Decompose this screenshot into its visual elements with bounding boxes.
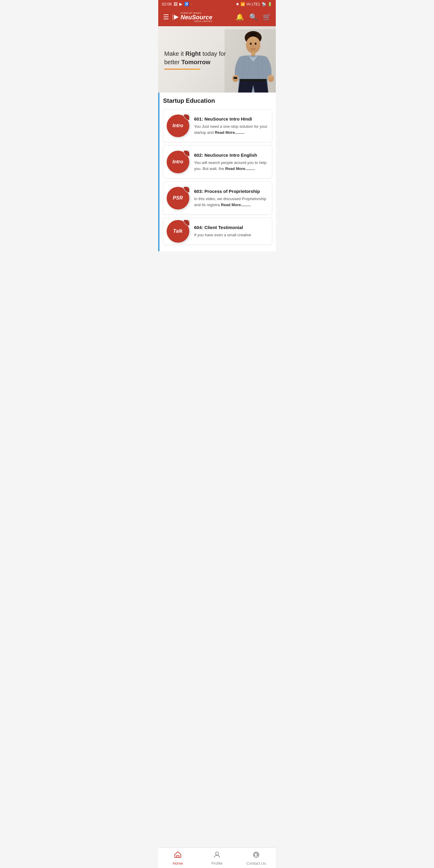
logo-subtitle: INDIA LIMITED	[181, 20, 213, 22]
youtube-icon: ▶	[179, 2, 182, 6]
svg-point-14	[268, 75, 274, 82]
battery-icon: 🔋	[268, 2, 272, 6]
cards-accent-bar	[158, 107, 159, 251]
readmore-603: Read More.........	[221, 203, 251, 207]
bell-icon[interactable]: 🔔	[236, 13, 244, 21]
course-card-602[interactable]: Intro 602: NeuSource Intro English You w…	[163, 145, 272, 179]
hero-content: Make it Right today forbetter Tomorrow	[158, 43, 276, 76]
badge-604: Talk	[167, 220, 189, 243]
dot-icon: ·	[191, 2, 192, 6]
logo-brand: NeuSource	[181, 14, 213, 20]
wifi-icon: 📶	[241, 2, 245, 6]
card-thumb-601: Intro	[166, 114, 190, 138]
photo-icon: 🖼	[174, 2, 178, 6]
section-title: Startup Education	[163, 97, 215, 104]
status-right: ✱ 📶 Vo LTE1 📡 🔋	[236, 2, 272, 6]
card-thumb-604: Talk	[166, 219, 190, 243]
card-info-601: 601: NeuSource Intro Hindi You Just need…	[194, 116, 270, 135]
readmore-601: Read More.........	[215, 130, 245, 135]
logo-container: STARTUP MINDS NeuSource INDIA LIMITED	[172, 12, 213, 22]
signal-icon: 📡	[261, 2, 266, 6]
accessibility-icon: ♿	[184, 2, 189, 6]
badge-601: Intro	[167, 115, 189, 137]
svg-rect-1	[173, 14, 174, 20]
logo-text-block: STARTUP MINDS NeuSource INDIA LIMITED	[181, 12, 213, 22]
header-left: ☰ STARTUP MINDS NeuSource INDIA LIMITED	[163, 12, 213, 22]
badge-text-604: Talk	[173, 228, 182, 234]
menu-icon[interactable]: ☰	[163, 13, 169, 21]
hero-banner: Make it Right today forbetter Tomorrow	[158, 26, 276, 93]
header-right: 🔔 🔍 🛒	[236, 13, 271, 21]
badge-603: PSR	[167, 187, 189, 210]
svg-rect-15	[234, 77, 237, 79]
svg-rect-16	[240, 79, 267, 82]
card-info-603: 603: Process of Proprietorship In this v…	[194, 188, 270, 208]
time-display: 02:08	[162, 2, 172, 6]
cart-icon[interactable]: 🛒	[263, 13, 271, 21]
logo-icon	[172, 13, 179, 21]
badge-602: Intro	[167, 151, 189, 173]
card-info-602: 602: NeuSource Intro English You will se…	[194, 152, 270, 172]
card-desc-602: You will search people around you to hel…	[194, 160, 270, 172]
cards-container: Intro 601: NeuSource Intro Hindi You Jus…	[158, 107, 276, 251]
card-title-601: 601: NeuSource Intro Hindi	[194, 116, 270, 122]
card-desc-601: You Just need a one-stop solution for yo…	[194, 124, 270, 135]
hero-underline	[164, 69, 200, 70]
left-accent-bar	[158, 93, 159, 107]
lte-text: Vo LTE1	[247, 2, 260, 6]
badge-text-601: Intro	[173, 123, 183, 128]
bluetooth-icon: ✱	[236, 2, 239, 6]
card-desc-603: In this video, we discussed Proprietorsh…	[194, 196, 270, 208]
card-title-604: 604: Client Testimonial	[194, 224, 270, 230]
course-card-601[interactable]: Intro 601: NeuSource Intro Hindi You Jus…	[163, 109, 272, 142]
status-bar: 02:08 🖼 ▶ ♿ · ✱ 📶 Vo LTE1 📡 🔋	[158, 0, 276, 8]
status-left: 02:08 🖼 ▶ ♿ ·	[162, 2, 192, 6]
section-title-container: Startup Education	[158, 93, 276, 107]
course-card-604[interactable]: Talk 604: Client Testimonial If you have…	[163, 218, 272, 245]
card-thumb-603: PSR	[166, 186, 190, 210]
readmore-602: Read More.........	[225, 166, 255, 171]
card-title-603: 603: Process of Proprietorship	[194, 188, 270, 194]
main-content: Startup Education Intro 601: NeuSource I…	[158, 93, 276, 293]
course-card-603[interactable]: PSR 603: Process of Proprietorship In th…	[163, 181, 272, 215]
card-thumb-602: Intro	[166, 150, 190, 174]
hero-tagline: Make it Right today forbetter Tomorrow	[164, 50, 270, 66]
badge-text-603: PSR	[173, 195, 183, 201]
badge-text-602: Intro	[173, 159, 183, 164]
app-header: ☰ STARTUP MINDS NeuSource INDIA LIMITED …	[158, 8, 276, 26]
search-icon[interactable]: 🔍	[249, 13, 257, 21]
card-desc-604: If you have even a small creative	[194, 232, 270, 238]
card-info-604: 604: Client Testimonial If you have even…	[194, 224, 270, 238]
card-title-602: 602: NeuSource Intro English	[194, 152, 270, 158]
